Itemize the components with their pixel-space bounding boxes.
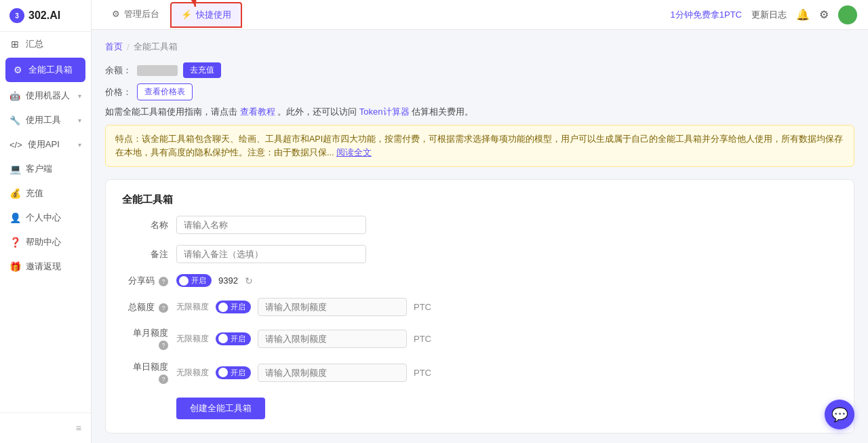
note-input[interactable] [176, 245, 366, 263]
sidebar-item-personal[interactable]: 👤 个人中心 [0, 206, 91, 230]
chat-icon: 💬 [831, 406, 848, 423]
sidebar-item-client[interactable]: 💻 客户端 [0, 157, 91, 181]
sidebar: 3 302.AI ⊞ 汇总 ⚙ 全能工具箱 🤖 使用机器人 ▾ 🔧 使用工具 ▾… [0, 0, 92, 443]
sidebar-item-label: 使用API [28, 138, 60, 151]
monthly-info-icon: ? [159, 341, 168, 350]
total-info-icon: ? [159, 303, 168, 313]
refresh-share-code-icon[interactable]: ↻ [245, 275, 253, 286]
share-toggle-label: 开启 [191, 275, 206, 286]
balance-value [137, 65, 178, 76]
sidebar-collapse-btn[interactable]: ≡ [0, 419, 91, 438]
sidebar-item-tool[interactable]: 🔧 使用工具 ▾ [0, 108, 91, 132]
total-quota-row: 总额度 ? 无限额度 开启 PTC [122, 298, 837, 316]
note-label: 备注 [122, 248, 176, 261]
share-toggle[interactable]: 开启 [176, 274, 212, 287]
name-row: 名称 [122, 216, 837, 234]
sidebar-item-label: 客户端 [26, 163, 52, 175]
tab-quick-use[interactable]: ⚡ 快捷使用 [170, 2, 242, 28]
sidebar-item-label: 充值 [26, 187, 43, 199]
total-toggle[interactable]: 开启 [216, 301, 251, 313]
daily-toggle-label: 开启 [231, 368, 245, 378]
chevron-right-icon: ▾ [78, 117, 81, 124]
bell-icon[interactable]: 🔔 [796, 8, 810, 21]
toggle-circle [218, 303, 228, 312]
logo-icon: 3 [9, 8, 24, 23]
daily-info-icon: ? [159, 374, 168, 384]
notice-box: 特点：该全能工具箱包含聊天、绘画、工具超市和API超市四大功能，按需付费，可根据… [105, 125, 854, 167]
read-more-link[interactable]: 阅读全文 [336, 148, 372, 157]
summary-icon: ⊞ [9, 39, 20, 50]
tool-icon: 🔧 [9, 115, 20, 126]
recharge-icon: 💰 [9, 188, 20, 199]
total-unit: PTC [414, 302, 431, 312]
balance-label: 余额： [105, 64, 132, 77]
monthly-no-limit-text: 无限额度 [176, 333, 209, 345]
content-area: 首页 / 全能工具箱 余额： 去充值 价格： 查看价格表 如需全能工具箱使用指南… [92, 30, 868, 443]
breadcrumb-current: 全能工具箱 [134, 41, 178, 53]
invite-icon: 🎁 [9, 261, 20, 272]
form-section-title: 全能工具箱 [122, 193, 837, 206]
tutorial-link[interactable]: 查看教程 [240, 107, 275, 117]
logo-text: 302.AI [28, 9, 60, 22]
daily-toggle[interactable]: 开启 [216, 366, 251, 379]
sidebar-bottom: ≡ [0, 412, 91, 443]
charge-button[interactable]: 去充值 [183, 62, 221, 78]
avatar[interactable] [838, 5, 857, 24]
price-label: 价格： [105, 86, 132, 98]
logo: 3 302.AI [0, 0, 91, 32]
price-table-button[interactable]: 查看价格表 [137, 83, 193, 100]
balance-row: 余额： 去充值 [105, 62, 854, 78]
monthly-toggle[interactable]: 开启 [216, 332, 251, 345]
daily-limit-label: 单日额度 ? [122, 361, 176, 384]
personal-icon: 👤 [9, 212, 20, 223]
monthly-quota-row: 单月额度 ? 无限额度 开启 PTC [122, 327, 837, 350]
total-toggle-label: 开启 [231, 302, 245, 312]
collapse-icon: ≡ [76, 423, 81, 434]
main-area: ⚙ 管理后台 ⚡ 快捷使用 1分钟免费拿1PTC 更新日志 [92, 0, 868, 443]
breadcrumb-separator: / [127, 42, 130, 52]
create-toolbox-button[interactable]: 创建全能工具箱 [176, 398, 265, 419]
tab-manage-label: 管理后台 [124, 8, 159, 20]
monthly-toggle-label: 开启 [231, 334, 245, 344]
settings-icon[interactable]: ⚙ [819, 8, 829, 21]
help-icon: ❓ [9, 237, 20, 248]
toolbox-icon: ⚙ [12, 64, 23, 75]
quick-use-icon: ⚡ [181, 9, 192, 20]
sidebar-item-label: 使用机器人 [26, 90, 70, 102]
chevron-right-icon: ▾ [78, 141, 81, 149]
breadcrumb-home[interactable]: 首页 [105, 41, 123, 53]
sidebar-item-help[interactable]: ❓ 帮助中心 [0, 230, 91, 254]
name-input[interactable] [176, 216, 366, 234]
ptc-link[interactable]: 1分钟免费拿1PTC [671, 9, 742, 21]
sidebar-item-invite[interactable]: 🎁 邀请返现 [0, 254, 91, 279]
monthly-limit-input[interactable] [258, 330, 407, 348]
api-icon: </> [9, 140, 22, 150]
sidebar-item-robot[interactable]: 🤖 使用机器人 ▾ [0, 83, 91, 108]
total-limit-input[interactable] [258, 298, 407, 316]
sidebar-item-recharge[interactable]: 💰 充值 [0, 181, 91, 206]
token-calc-link[interactable]: Token计算器 [359, 107, 410, 117]
chat-bubble-button[interactable]: 💬 [825, 400, 854, 429]
sidebar-item-label: 汇总 [26, 38, 43, 50]
manage-icon: ⚙ [112, 9, 120, 19]
tab-manage[interactable]: ⚙ 管理后台 [102, 3, 169, 27]
toggle-circle [179, 276, 189, 286]
create-btn-row: 创建全能工具箱 [122, 395, 837, 419]
update-log-link[interactable]: 更新日志 [751, 9, 787, 21]
sidebar-item-api[interactable]: </> 使用API ▾ [0, 132, 91, 157]
sidebar-item-summary[interactable]: ⊞ 汇总 [0, 32, 91, 56]
topnav: ⚙ 管理后台 ⚡ 快捷使用 1分钟免费拿1PTC 更新日志 [92, 0, 868, 30]
monthly-limit-label: 单月额度 ? [122, 327, 176, 350]
sidebar-item-label: 帮助中心 [26, 236, 61, 248]
sidebar-item-toolbox[interactable]: ⚙ 全能工具箱 [5, 58, 85, 82]
total-no-limit-text: 无限额度 [176, 301, 209, 313]
sidebar-item-label: 全能工具箱 [28, 64, 73, 76]
toggle-circle [218, 334, 228, 343]
daily-limit-input[interactable] [258, 364, 407, 382]
sidebar-item-label: 使用工具 [26, 114, 61, 126]
daily-no-limit-text: 无限额度 [176, 367, 209, 379]
chevron-right-icon: ▾ [78, 92, 81, 100]
toggle-circle [218, 368, 228, 377]
sidebar-item-label: 个人中心 [26, 212, 61, 224]
daily-unit: PTC [414, 368, 431, 378]
